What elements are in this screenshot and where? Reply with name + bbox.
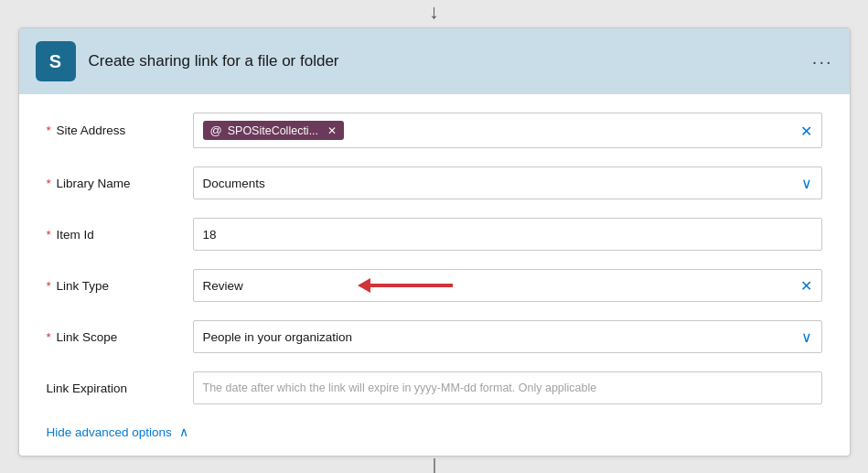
link-scope-chevron-icon[interactable]: ∨ — [801, 328, 812, 346]
library-name-label: * Library Name — [47, 177, 193, 190]
tag-at-icon: @ — [210, 124, 222, 137]
site-address-box[interactable]: @ SPOSiteCollecti... ✕ ✕ — [193, 113, 822, 148]
link-expiration-box[interactable]: The date after which the link will expir… — [193, 371, 822, 404]
link-type-label: * Link Type — [47, 279, 193, 293]
library-name-row: * Library Name Documents ∨ — [47, 157, 822, 209]
link-type-field: Review ✕ — [193, 269, 822, 302]
action-card: S Create sharing link for a file or fold… — [18, 27, 851, 457]
red-arrow-indicator — [358, 278, 453, 293]
required-star-2: * — [47, 177, 51, 190]
link-expiration-placeholder: The date after which the link will expir… — [203, 382, 597, 394]
hide-advanced-label: Hide advanced options — [47, 425, 172, 439]
link-scope-field: People in your organization ∨ — [193, 320, 822, 353]
card-title: Create sharing link for a file or folder — [89, 52, 339, 70]
site-address-clear-icon[interactable]: ✕ — [800, 122, 812, 139]
required-star-5: * — [47, 330, 51, 344]
required-star: * — [47, 124, 51, 137]
item-id-label: * Item Id — [47, 228, 193, 242]
link-type-box[interactable]: Review ✕ — [193, 269, 822, 302]
arrow-line — [370, 284, 453, 287]
bottom-connector-line — [434, 458, 435, 473]
arrow-head — [358, 278, 370, 293]
chevron-up-icon: ∧ — [179, 425, 188, 439]
link-type-value: Review — [203, 279, 243, 293]
site-tag-text: SPOSiteCollecti... — [228, 124, 318, 137]
library-name-value: Documents — [203, 177, 265, 190]
link-expiration-label: Link Expiration — [47, 382, 193, 395]
card-header: S Create sharing link for a file or fold… — [19, 28, 850, 94]
item-id-value: 18 — [203, 228, 217, 242]
header-left: S Create sharing link for a file or fold… — [36, 41, 339, 81]
library-name-box[interactable]: Documents ∨ — [193, 167, 822, 199]
link-scope-value: People in your organization — [203, 330, 353, 344]
site-address-label: * Site Address — [47, 124, 193, 137]
card-body: * Site Address @ SPOSiteCollecti... ✕ ✕ — [19, 94, 850, 456]
item-id-box[interactable]: 18 — [193, 218, 822, 251]
library-name-field: Documents ∨ — [193, 167, 822, 199]
link-type-row: * Link Type Review ✕ — [47, 260, 822, 311]
site-address-tag[interactable]: @ SPOSiteCollecti... ✕ — [203, 121, 345, 140]
link-expiration-field: The date after which the link will expir… — [193, 371, 822, 404]
link-scope-label: * Link Scope — [47, 330, 193, 344]
library-name-chevron-icon[interactable]: ∨ — [801, 175, 812, 192]
site-tag-close[interactable]: ✕ — [327, 124, 337, 137]
site-address-row: * Site Address @ SPOSiteCollecti... ✕ ✕ — [47, 103, 822, 157]
ellipsis-button[interactable]: ··· — [812, 51, 833, 72]
top-arrow: ↓ — [429, 0, 439, 24]
page-wrapper: ↓ S Create sharing link for a file or fo… — [0, 0, 868, 473]
app-icon: S — [36, 41, 76, 81]
site-address-field: @ SPOSiteCollecti... ✕ ✕ — [193, 113, 822, 148]
item-id-field: 18 — [193, 218, 822, 251]
link-expiration-row: Link Expiration The date after which the… — [47, 362, 822, 414]
item-id-row: * Item Id 18 — [47, 209, 822, 260]
required-star-3: * — [47, 228, 51, 242]
link-scope-row: * Link Scope People in your organization… — [47, 311, 822, 362]
link-type-clear-icon[interactable]: ✕ — [800, 277, 812, 295]
hide-advanced-button[interactable]: Hide advanced options ∧ — [47, 421, 822, 439]
required-star-4: * — [47, 279, 51, 293]
link-scope-box[interactable]: People in your organization ∨ — [193, 320, 822, 353]
